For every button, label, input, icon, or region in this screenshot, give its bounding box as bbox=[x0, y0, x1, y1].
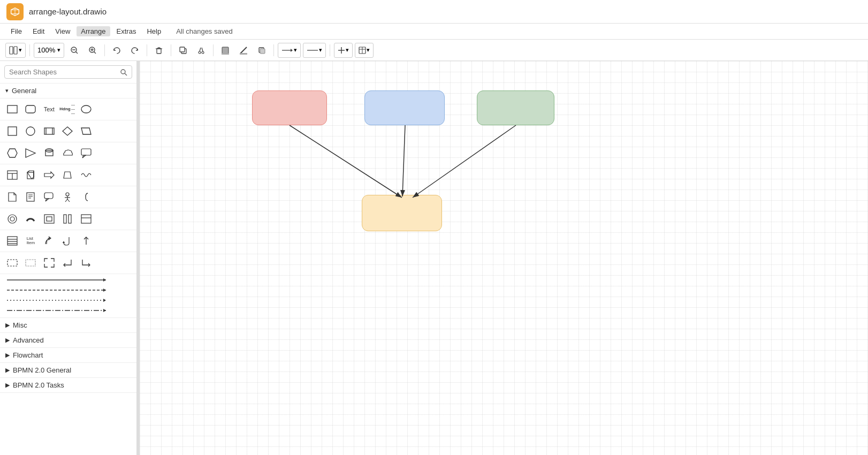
menu-extras[interactable]: Extras bbox=[112, 26, 141, 36]
shape-vert-bar[interactable] bbox=[59, 211, 75, 226]
shape-cube[interactable] bbox=[22, 168, 39, 183]
category-advanced[interactable]: ▶ Advanced bbox=[0, 333, 136, 348]
svg-marker-48 bbox=[26, 149, 35, 157]
shape-text[interactable]: Text bbox=[41, 102, 57, 117]
svg-rect-16 bbox=[180, 47, 185, 52]
shape-triangle-right[interactable] bbox=[22, 146, 39, 161]
svg-point-35 bbox=[121, 70, 125, 74]
category-flowchart-label: Flowchart bbox=[13, 351, 43, 359]
canvas[interactable] bbox=[140, 61, 868, 455]
connector-style[interactable]: ▾ bbox=[278, 43, 301, 58]
line-color-button[interactable] bbox=[235, 43, 252, 58]
search-input[interactable] bbox=[9, 68, 117, 76]
menu-file[interactable]: File bbox=[6, 26, 26, 36]
panel-toggle[interactable]: ▾ bbox=[5, 43, 26, 58]
shape-rectangle[interactable] bbox=[4, 102, 20, 117]
shape-list[interactable] bbox=[4, 233, 20, 248]
shape-ellipse[interactable] bbox=[78, 102, 94, 117]
category-advanced-arrow: ▶ bbox=[5, 337, 10, 344]
svg-point-74 bbox=[10, 217, 14, 221]
menu-view[interactable]: View bbox=[51, 26, 74, 36]
shape-page-alt[interactable] bbox=[22, 189, 39, 204]
category-bpmn-general-arrow: ▶ bbox=[5, 367, 10, 374]
shape-empty11 bbox=[96, 211, 112, 226]
svg-marker-52 bbox=[82, 155, 86, 158]
shape-table[interactable] bbox=[4, 168, 20, 183]
shape-callout[interactable] bbox=[78, 146, 94, 161]
node-blue[interactable] bbox=[364, 90, 445, 125]
shape-heading-text[interactable]: Hdng — — — bbox=[59, 102, 75, 117]
menu-help[interactable]: Help bbox=[142, 26, 165, 36]
shape-trapezoid[interactable] bbox=[59, 168, 75, 183]
shape-diamond[interactable] bbox=[59, 124, 75, 139]
shape-arrow-corner-right[interactable] bbox=[78, 255, 94, 270]
shape-arrow-corner-left[interactable] bbox=[59, 255, 75, 270]
shape-speech-bubble[interactable] bbox=[41, 189, 57, 204]
category-bpmn-general-label: BPMN 2.0 General bbox=[13, 366, 71, 374]
svg-line-98 bbox=[402, 125, 405, 196]
zoom-value: 100% bbox=[37, 46, 55, 54]
shape-donut[interactable] bbox=[4, 211, 20, 226]
shape-u-turn-left[interactable] bbox=[59, 233, 75, 248]
shape-curve-right[interactable] bbox=[41, 233, 57, 248]
node-green[interactable] bbox=[477, 90, 554, 125]
shape-hexagon[interactable] bbox=[4, 146, 20, 161]
shape-inner-rect[interactable] bbox=[41, 211, 57, 226]
zoom-selector[interactable]: 100% ▾ bbox=[34, 43, 64, 58]
line-style-selector[interactable]: ▾ bbox=[303, 43, 326, 58]
svg-rect-79 bbox=[81, 215, 91, 223]
table-insert-button[interactable]: ▾ bbox=[355, 43, 374, 58]
shape-rect-group[interactable] bbox=[78, 211, 94, 226]
insert-button[interactable]: ▾ bbox=[334, 43, 353, 58]
category-bpmn-tasks[interactable]: ▶ BPMN 2.0 Tasks bbox=[0, 378, 136, 393]
category-flowchart[interactable]: ▶ Flowchart bbox=[0, 348, 136, 363]
shape-empty10 bbox=[115, 189, 131, 204]
fill-color-button[interactable] bbox=[217, 43, 233, 58]
shape-empty15 bbox=[96, 255, 112, 270]
svg-line-19 bbox=[200, 48, 201, 51]
shape-bracket[interactable] bbox=[78, 189, 94, 204]
shape-list-item[interactable]: ListItem bbox=[22, 233, 39, 248]
shape-arrow-up[interactable] bbox=[78, 233, 94, 248]
shape-dashed-rect[interactable] bbox=[4, 255, 20, 270]
node-orange[interactable] bbox=[362, 195, 442, 231]
shape-cylinder[interactable] bbox=[41, 146, 57, 161]
shape-dashed-rect2[interactable] bbox=[22, 255, 39, 270]
shape-square[interactable] bbox=[4, 124, 20, 139]
undo-button[interactable] bbox=[109, 43, 125, 58]
zoom-in-button[interactable] bbox=[85, 43, 101, 58]
shape-cloud[interactable] bbox=[59, 146, 75, 161]
line-dashed-arrow[interactable] bbox=[4, 286, 132, 294]
shape-circle[interactable] bbox=[22, 124, 39, 139]
line-samples bbox=[0, 274, 136, 318]
shape-open-corners[interactable] bbox=[41, 255, 57, 270]
category-general[interactable]: ▾ General bbox=[0, 84, 136, 98]
zoom-out-button[interactable] bbox=[66, 43, 82, 58]
category-misc[interactable]: ▶ Misc bbox=[0, 318, 136, 333]
line-solid[interactable] bbox=[4, 276, 132, 284]
node-pink[interactable] bbox=[252, 90, 327, 125]
shape-person[interactable] bbox=[59, 189, 75, 204]
shape-partial-ring[interactable] bbox=[22, 211, 39, 226]
copy-button[interactable] bbox=[175, 43, 191, 58]
shape-parallelogram[interactable] bbox=[78, 124, 94, 139]
shape-arrow-right[interactable] bbox=[41, 168, 57, 183]
line-dotted-arrow[interactable] bbox=[4, 297, 132, 304]
shape-process[interactable] bbox=[41, 124, 57, 139]
svg-marker-60 bbox=[44, 172, 54, 178]
search-input-wrapper[interactable] bbox=[4, 65, 132, 79]
svg-rect-38 bbox=[26, 105, 35, 113]
svg-line-20 bbox=[202, 48, 203, 51]
shape-rounded-rect[interactable] bbox=[22, 102, 39, 117]
shape-page[interactable] bbox=[4, 189, 20, 204]
shapes-list: ▾ General Text Hdng — — — bbox=[0, 84, 136, 455]
cut-button[interactable] bbox=[193, 43, 209, 58]
menu-edit[interactable]: Edit bbox=[28, 26, 49, 36]
category-bpmn-general[interactable]: ▶ BPMN 2.0 General bbox=[0, 363, 136, 378]
menu-arrange[interactable]: Arrange bbox=[77, 26, 110, 36]
delete-button[interactable] bbox=[151, 43, 167, 58]
line-long-dashed-arrow[interactable] bbox=[4, 307, 132, 314]
redo-button[interactable] bbox=[127, 43, 143, 58]
shape-wave[interactable] bbox=[78, 168, 94, 183]
shadow-button[interactable] bbox=[254, 43, 270, 58]
